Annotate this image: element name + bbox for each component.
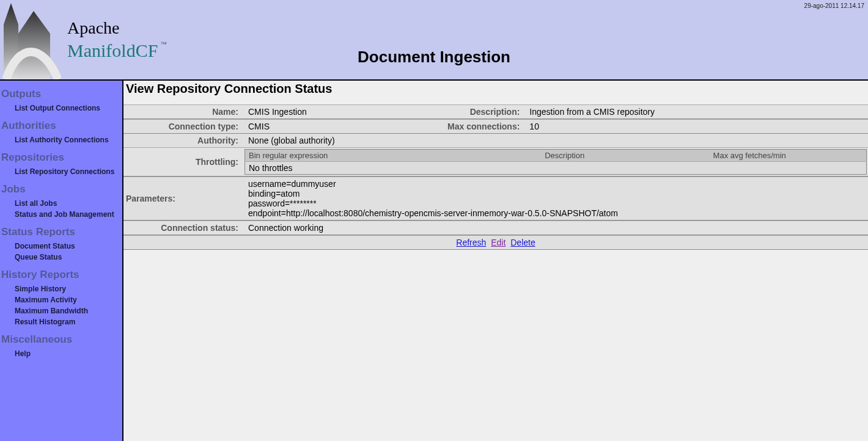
label-throttling: Throttling:: [123, 147, 243, 177]
nav-item[interactable]: Queue Status: [15, 252, 122, 263]
nav-item[interactable]: Simple History: [15, 283, 122, 294]
value-parameters: username=dummyuser binding=atom password…: [243, 177, 868, 221]
nav-item[interactable]: List Repository Connections: [15, 166, 122, 177]
value-max-connections: 10: [524, 119, 868, 134]
value-name: CMIS Ingestion: [243, 104, 417, 119]
timestamp: 29-ago-2011 12.14.17: [804, 2, 864, 9]
trademark: ™: [160, 40, 167, 48]
nav-item[interactable]: List Output Connections: [15, 103, 122, 114]
app-header: Apache ManifoldCF™ 29-ago-2011 12.14.17 …: [0, 0, 868, 81]
delete-link[interactable]: Delete: [510, 238, 535, 247]
nav-item[interactable]: Maximum Bandwidth: [15, 305, 122, 316]
connection-details-table: Name: CMIS Ingestion Description: Ingest…: [123, 104, 868, 250]
label-name: Name:: [123, 104, 243, 119]
nav-heading: Outputs: [1, 88, 122, 100]
nav-heading: Status Reports: [1, 226, 122, 238]
nav-item[interactable]: List Authority Connections: [15, 134, 122, 145]
nav-heading: Miscellaneous: [1, 333, 122, 346]
value-authority: None (global authority): [243, 134, 868, 147]
nav-item[interactable]: Maximum Activity: [15, 294, 122, 305]
view-title: View Repository Connection Status: [126, 82, 868, 96]
refresh-link[interactable]: Refresh: [456, 238, 486, 247]
nav-item[interactable]: Result Histogram: [15, 316, 122, 327]
label-parameters: Parameters:: [123, 177, 243, 221]
page-title: Document Ingestion: [0, 48, 868, 67]
logo: [0, 0, 61, 79]
nav-heading: Repositories: [1, 151, 122, 164]
throttle-table: Bin regular expression Description Max a…: [245, 149, 867, 175]
main-content: View Repository Connection Status Name: …: [123, 81, 868, 441]
throttle-col-bin: Bin regular expression: [245, 150, 496, 162]
nav-item[interactable]: Help: [15, 348, 122, 359]
nav-heading: History Reports: [1, 269, 122, 281]
nav-heading: Authorities: [1, 120, 122, 132]
throttle-col-max: Max avg fetches/min: [633, 150, 866, 162]
nav-item[interactable]: Status and Job Management: [15, 209, 122, 220]
value-connection-status: Connection working: [243, 221, 868, 235]
throttle-col-desc: Description: [496, 150, 633, 162]
value-connection-type: CMIS: [243, 119, 417, 134]
value-description: Ingestion from a CMIS repository: [524, 104, 868, 119]
label-connection-type: Connection type:: [123, 119, 243, 134]
label-connection-status: Connection status:: [123, 221, 243, 235]
label-max-connections: Max connections:: [417, 119, 524, 134]
nav-item[interactable]: Document Status: [15, 241, 122, 252]
sidebar: OutputsList Output ConnectionsAuthoritie…: [0, 81, 123, 441]
nav-heading: Jobs: [1, 183, 122, 195]
nav-item[interactable]: List all Jobs: [15, 198, 122, 209]
edit-link[interactable]: Edit: [491, 238, 506, 247]
label-description: Description:: [417, 104, 524, 119]
brand-line1: Apache: [67, 20, 167, 37]
throttle-empty: No throttles: [245, 162, 867, 175]
label-authority: Authority:: [123, 134, 243, 147]
action-bar: Refresh Edit Delete: [123, 235, 868, 250]
